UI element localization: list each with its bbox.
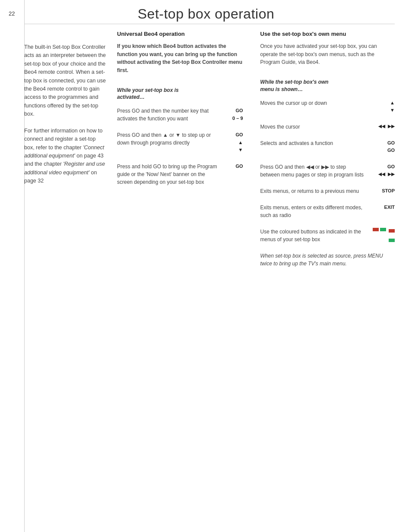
key-go2: GO [222,131,243,139]
key-go6: GO [371,163,395,171]
table-row: Press GO and then the number key that ac… [117,107,243,123]
colored-buttons [371,228,395,242]
intro-paragraph-2: For further information on how to connec… [24,127,106,186]
own-menu-title: Use the set-top box's own menu [260,30,395,38]
table-row: Selects and activates a function GO GO [260,139,395,154]
table-row: Press GO and then ◀◀ or ▶▶ to step betwe… [260,163,395,179]
key-go5: GO [371,147,395,154]
blue-button [389,239,395,242]
key-lr-arrows: ◀◀ ▶▶ [371,123,395,130]
key-go4: GO [371,139,395,147]
key-go: GO [222,107,243,115]
table-row: Exits menus, enters or exits different m… [260,204,395,219]
title-underline [24,24,395,24]
col-right: Use the set-top box's own menu Once you … [256,30,395,268]
activated-table: While your set-top box isactivated… Pres… [117,87,243,186]
right-row3-text: Selects and activates a function [260,139,371,147]
right-row6-text: Exits menus, enters or exits different m… [260,204,371,219]
right-row4-keys: GO ◀◀ ▶▶ [371,163,395,178]
right-row2-keys: ◀◀ ▶▶ [371,123,395,130]
key-down: ▼ [222,146,243,154]
row1-text: Press GO and then the number key that ac… [117,107,222,123]
right-row5-keys: STOP [371,187,395,195]
table-row: Exits menus, or returns to a previous me… [260,187,395,195]
row3-keys: GO [222,163,243,170]
italic-note: When set-top box is selected as source, … [260,252,395,268]
key-lr-arrows2: ◀◀ ▶▶ [371,171,395,178]
table-row: Press GO and then ▲ or ▼ to step up or d… [117,131,243,154]
yellow-button [389,229,395,233]
right-row1-text: Moves the cursor up or down [260,99,371,107]
key-down-arrow: ▼ [371,107,395,114]
universal-beo4-body: If you know which Beo4 button activates … [117,42,243,74]
own-menu-table: While the set-top box's ownmenu is shown… [260,79,395,268]
page-number: 22 [9,10,15,17]
page-container: 22 Set-top box operation The built-in Se… [0,0,412,532]
green-button [380,228,386,231]
key-exit: EXIT [371,204,395,211]
key-0-9: 0 – 9 [222,115,243,123]
intro-paragraph-1: The built-in Set-top Box Controller acts… [24,43,106,118]
own-menu-body: Once you have activated your set-top box… [260,42,395,66]
activated-table-header: While your set-top box isactivated… [117,87,243,101]
right-row6-keys: EXIT [371,204,395,211]
right-row7-text: Use the coloured buttons as indicated in… [260,228,371,243]
intro-text: The built-in Set-top Box Controller acts… [24,43,106,185]
right-row3-keys: GO GO [371,139,395,154]
table-row: Press and hold GO to bring up the Progra… [117,163,243,186]
own-menu-table-header: While the set-top box's ownmenu is shown… [260,79,395,93]
row2-keys: GO ▲ ▼ [222,131,243,154]
page-title: Set-top box operation [138,6,274,22]
universal-beo4-title: Universal Beo4 operation [117,30,243,38]
right-row2-text: Moves the cursor [260,123,371,131]
table-row: Use the coloured buttons as indicated in… [260,228,395,243]
right-row5-text: Exits menus, or returns to a previous me… [260,187,371,195]
red-button [373,228,379,231]
right-row4-text: Press GO and then ◀◀ or ▶▶ to step betwe… [260,163,371,179]
table-row: Moves the cursor ◀◀ ▶▶ [260,123,395,131]
key-stop: STOP [371,187,395,195]
key-up: ▲ [222,139,243,147]
row3-text: Press and hold GO to bring up the Progra… [117,163,222,186]
right-row1-keys: ▲ ▼ [371,99,395,114]
right-row7-keys [371,228,395,242]
col-left: Universal Beo4 operation If you know whi… [117,30,256,268]
row2-text: Press GO and then ▲ or ▼ to step up or d… [117,131,222,147]
row1-keys: GO 0 – 9 [222,107,243,122]
columns-wrapper: Universal Beo4 operation If you know whi… [117,30,395,268]
table-row: Moves the cursor up or down ▲ ▼ [260,99,395,114]
key-up-arrow: ▲ [371,99,395,107]
key-go3: GO [222,163,243,170]
